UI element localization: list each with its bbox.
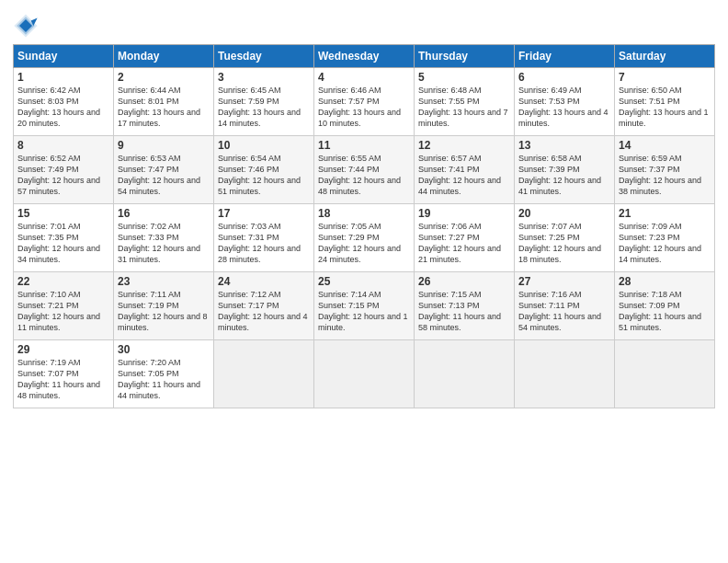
day-cell: 30Sunrise: 7:20 AMSunset: 7:05 PMDayligh… xyxy=(114,340,214,408)
day-number: 22 xyxy=(17,275,109,288)
day-cell: 10Sunrise: 6:54 AMSunset: 7:46 PMDayligh… xyxy=(214,136,314,204)
day-info: Sunrise: 6:52 AMSunset: 7:49 PMDaylight:… xyxy=(17,154,100,196)
day-cell: 1Sunrise: 6:42 AMSunset: 8:03 PMDaylight… xyxy=(14,68,114,136)
day-cell: 28Sunrise: 7:18 AMSunset: 7:09 PMDayligh… xyxy=(615,272,715,340)
day-cell: 8Sunrise: 6:52 AMSunset: 7:49 PMDaylight… xyxy=(14,136,114,204)
day-cell: 6Sunrise: 6:49 AMSunset: 7:53 PMDaylight… xyxy=(515,68,615,136)
day-number: 13 xyxy=(518,139,610,152)
day-info: Sunrise: 7:06 AMSunset: 7:27 PMDaylight:… xyxy=(418,222,501,264)
day-info: Sunrise: 7:16 AMSunset: 7:11 PMDaylight:… xyxy=(518,290,601,332)
day-info: Sunrise: 7:19 AMSunset: 7:07 PMDaylight:… xyxy=(17,358,100,400)
col-header-wednesday: Wednesday xyxy=(314,45,415,68)
day-number: 26 xyxy=(418,275,510,288)
day-info: Sunrise: 6:57 AMSunset: 7:41 PMDaylight:… xyxy=(418,154,501,196)
day-number: 8 xyxy=(17,139,109,152)
day-info: Sunrise: 6:55 AMSunset: 7:44 PMDaylight:… xyxy=(318,154,401,196)
day-info: Sunrise: 6:54 AMSunset: 7:46 PMDaylight:… xyxy=(218,154,301,196)
day-number: 4 xyxy=(318,71,410,84)
day-cell: 19Sunrise: 7:06 AMSunset: 7:27 PMDayligh… xyxy=(415,204,515,272)
day-info: Sunrise: 7:03 AMSunset: 7:31 PMDaylight:… xyxy=(218,222,301,264)
day-cell: 17Sunrise: 7:03 AMSunset: 7:31 PMDayligh… xyxy=(214,204,314,272)
day-info: Sunrise: 7:10 AMSunset: 7:21 PMDaylight:… xyxy=(17,290,100,332)
day-cell: 25Sunrise: 7:14 AMSunset: 7:15 PMDayligh… xyxy=(314,272,415,340)
day-info: Sunrise: 7:01 AMSunset: 7:35 PMDaylight:… xyxy=(17,222,100,264)
day-cell xyxy=(314,340,415,408)
day-number: 9 xyxy=(118,139,210,152)
day-info: Sunrise: 6:48 AMSunset: 7:55 PMDaylight:… xyxy=(418,86,508,128)
day-cell xyxy=(214,340,314,408)
day-number: 3 xyxy=(218,71,310,84)
day-number: 1 xyxy=(17,71,109,84)
col-header-friday: Friday xyxy=(515,45,615,68)
day-cell xyxy=(515,340,615,408)
day-number: 6 xyxy=(518,71,610,84)
day-number: 12 xyxy=(418,139,510,152)
page: SundayMondayTuesdayWednesdayThursdayFrid… xyxy=(0,0,728,563)
week-row-4: 22Sunrise: 7:10 AMSunset: 7:21 PMDayligh… xyxy=(14,272,715,340)
day-info: Sunrise: 6:44 AMSunset: 8:01 PMDaylight:… xyxy=(118,86,200,128)
calendar-table: SundayMondayTuesdayWednesdayThursdayFrid… xyxy=(13,44,715,408)
day-number: 5 xyxy=(418,71,510,84)
day-cell: 24Sunrise: 7:12 AMSunset: 7:17 PMDayligh… xyxy=(214,272,314,340)
day-number: 2 xyxy=(118,71,210,84)
day-info: Sunrise: 7:14 AMSunset: 7:15 PMDaylight:… xyxy=(318,290,408,332)
day-info: Sunrise: 6:49 AMSunset: 7:53 PMDaylight:… xyxy=(518,86,609,128)
day-cell: 7Sunrise: 6:50 AMSunset: 7:51 PMDaylight… xyxy=(615,68,715,136)
day-number: 30 xyxy=(118,343,210,356)
day-number: 11 xyxy=(318,139,410,152)
day-number: 28 xyxy=(619,275,711,288)
day-cell: 18Sunrise: 7:05 AMSunset: 7:29 PMDayligh… xyxy=(314,204,415,272)
day-cell: 9Sunrise: 6:53 AMSunset: 7:47 PMDaylight… xyxy=(114,136,214,204)
day-info: Sunrise: 6:59 AMSunset: 7:37 PMDaylight:… xyxy=(619,154,701,196)
day-number: 17 xyxy=(218,207,310,220)
day-cell: 3Sunrise: 6:45 AMSunset: 7:59 PMDaylight… xyxy=(214,68,314,136)
day-number: 23 xyxy=(118,275,210,288)
day-number: 21 xyxy=(619,207,711,220)
day-cell xyxy=(615,340,715,408)
day-cell: 20Sunrise: 7:07 AMSunset: 7:25 PMDayligh… xyxy=(515,204,615,272)
day-number: 20 xyxy=(518,207,610,220)
day-cell: 16Sunrise: 7:02 AMSunset: 7:33 PMDayligh… xyxy=(114,204,214,272)
day-info: Sunrise: 7:12 AMSunset: 7:17 PMDaylight:… xyxy=(218,290,308,332)
day-number: 24 xyxy=(218,275,310,288)
day-info: Sunrise: 7:18 AMSunset: 7:09 PMDaylight:… xyxy=(619,290,701,332)
day-number: 7 xyxy=(619,71,711,84)
day-number: 14 xyxy=(619,139,711,152)
week-row-1: 1Sunrise: 6:42 AMSunset: 8:03 PMDaylight… xyxy=(14,68,715,136)
day-number: 18 xyxy=(318,207,410,220)
day-info: Sunrise: 6:46 AMSunset: 7:57 PMDaylight:… xyxy=(318,86,401,128)
day-cell: 21Sunrise: 7:09 AMSunset: 7:23 PMDayligh… xyxy=(615,204,715,272)
day-info: Sunrise: 7:02 AMSunset: 7:33 PMDaylight:… xyxy=(118,222,200,264)
col-header-monday: Monday xyxy=(114,45,214,68)
day-info: Sunrise: 7:05 AMSunset: 7:29 PMDaylight:… xyxy=(318,222,401,264)
day-cell: 27Sunrise: 7:16 AMSunset: 7:11 PMDayligh… xyxy=(515,272,615,340)
day-cell: 22Sunrise: 7:10 AMSunset: 7:21 PMDayligh… xyxy=(14,272,114,340)
day-cell: 13Sunrise: 6:58 AMSunset: 7:39 PMDayligh… xyxy=(515,136,615,204)
day-number: 10 xyxy=(218,139,310,152)
day-info: Sunrise: 6:42 AMSunset: 8:03 PMDaylight:… xyxy=(17,86,100,128)
day-number: 27 xyxy=(518,275,610,288)
header-row: SundayMondayTuesdayWednesdayThursdayFrid… xyxy=(14,45,715,68)
day-info: Sunrise: 6:50 AMSunset: 7:51 PMDaylight:… xyxy=(619,86,709,128)
week-row-5: 29Sunrise: 7:19 AMSunset: 7:07 PMDayligh… xyxy=(14,340,715,408)
col-header-thursday: Thursday xyxy=(415,45,515,68)
day-number: 15 xyxy=(17,207,109,220)
day-info: Sunrise: 6:58 AMSunset: 7:39 PMDaylight:… xyxy=(518,154,601,196)
day-info: Sunrise: 7:20 AMSunset: 7:05 PMDaylight:… xyxy=(118,358,200,400)
day-cell: 12Sunrise: 6:57 AMSunset: 7:41 PMDayligh… xyxy=(415,136,515,204)
day-cell: 23Sunrise: 7:11 AMSunset: 7:19 PMDayligh… xyxy=(114,272,214,340)
header xyxy=(13,9,715,39)
day-cell: 11Sunrise: 6:55 AMSunset: 7:44 PMDayligh… xyxy=(314,136,415,204)
day-cell: 2Sunrise: 6:44 AMSunset: 8:01 PMDaylight… xyxy=(114,68,214,136)
day-number: 19 xyxy=(418,207,510,220)
day-number: 29 xyxy=(17,343,109,356)
day-cell: 5Sunrise: 6:48 AMSunset: 7:55 PMDaylight… xyxy=(415,68,515,136)
day-cell: 29Sunrise: 7:19 AMSunset: 7:07 PMDayligh… xyxy=(14,340,114,408)
col-header-tuesday: Tuesday xyxy=(214,45,314,68)
col-header-sunday: Sunday xyxy=(14,45,114,68)
day-cell: 26Sunrise: 7:15 AMSunset: 7:13 PMDayligh… xyxy=(415,272,515,340)
day-info: Sunrise: 6:53 AMSunset: 7:47 PMDaylight:… xyxy=(118,154,200,196)
logo xyxy=(13,13,41,39)
day-cell: 4Sunrise: 6:46 AMSunset: 7:57 PMDaylight… xyxy=(314,68,415,136)
day-info: Sunrise: 7:11 AMSunset: 7:19 PMDaylight:… xyxy=(118,290,208,332)
